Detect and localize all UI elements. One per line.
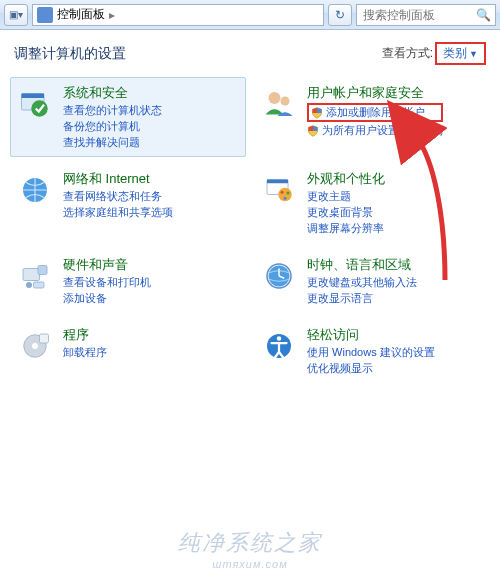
category-title: 用户帐户和家庭安全 xyxy=(307,84,443,102)
category-title: 硬件和声音 xyxy=(63,256,151,274)
link-add-device[interactable]: 添加设备 xyxy=(63,291,151,306)
link-homegroup[interactable]: 选择家庭组和共享选项 xyxy=(63,205,173,220)
link-optimize-video[interactable]: 优化视频显示 xyxy=(307,361,435,376)
appearance-icon xyxy=(259,170,299,210)
svg-rect-15 xyxy=(34,282,45,288)
svg-rect-13 xyxy=(38,266,47,275)
browse-folders-button[interactable]: ▣▾ xyxy=(4,4,28,26)
svg-point-19 xyxy=(32,343,38,349)
link-add-remove-user[interactable]: 添加或删除用户帐户 xyxy=(307,103,443,122)
link-display-language[interactable]: 更改显示语言 xyxy=(307,291,417,306)
view-by-control: 查看方式: 类别 ▼ xyxy=(382,42,486,65)
refresh-button[interactable]: ↻ xyxy=(328,4,352,26)
svg-point-14 xyxy=(26,282,32,288)
link-devices-printers[interactable]: 查看设备和打印机 xyxy=(63,275,151,290)
category-appearance[interactable]: 外观和个性化 更改主题 更改桌面背景 调整屏幕分辨率 xyxy=(254,163,490,243)
link-input-method[interactable]: 更改键盘或其他输入法 xyxy=(307,275,417,290)
page-header: 调整计算机的设置 查看方式: 类别 ▼ xyxy=(0,30,500,73)
shield-icon xyxy=(311,107,323,119)
svg-rect-12 xyxy=(23,269,40,281)
user-accounts-icon xyxy=(259,84,299,124)
category-title: 网络和 Internet xyxy=(63,170,173,188)
view-by-dropdown[interactable]: 类别 ▼ xyxy=(435,42,486,65)
link-change-wallpaper[interactable]: 更改桌面背景 xyxy=(307,205,385,220)
link-view-status[interactable]: 查看您的计算机状态 xyxy=(63,103,162,118)
page-title: 调整计算机的设置 xyxy=(14,45,126,63)
category-network[interactable]: 网络和 Internet 查看网络状态和任务 选择家庭组和共享选项 xyxy=(10,163,246,243)
programs-icon xyxy=(15,326,55,366)
category-user-accounts[interactable]: 用户帐户和家庭安全 添加或删除用户帐户 为所有用户设置家长控制 xyxy=(254,77,490,157)
chevron-right-icon[interactable]: ▸ xyxy=(109,8,115,22)
link-parental-control[interactable]: 为所有用户设置家长控制 xyxy=(307,123,443,138)
network-icon xyxy=(15,170,55,210)
category-title: 时钟、语言和区域 xyxy=(307,256,417,274)
category-system-security[interactable]: 系统和安全 查看您的计算机状态 备份您的计算机 查找并解决问题 xyxy=(10,77,246,157)
category-grid: 系统和安全 查看您的计算机状态 备份您的计算机 查找并解决问题 用户帐户和家庭安… xyxy=(0,73,500,387)
svg-point-22 xyxy=(277,336,282,341)
watermark-text: 纯净系统之家 xyxy=(178,530,322,555)
window-titlebar: ▣▾ 控制面板 ▸ ↻ 🔍 xyxy=(0,0,500,30)
view-by-label: 查看方式: xyxy=(382,45,433,62)
breadcrumb[interactable]: 控制面板 xyxy=(57,6,105,23)
link-backup[interactable]: 备份您的计算机 xyxy=(63,119,162,134)
svg-point-3 xyxy=(269,92,281,104)
svg-point-9 xyxy=(281,191,284,194)
search-icon: 🔍 xyxy=(476,8,491,22)
watermark-sub: штяхим.сом xyxy=(0,558,500,570)
watermark: 纯净系统之家 штяхим.сом xyxy=(0,528,500,570)
svg-point-11 xyxy=(284,197,287,200)
category-title: 程序 xyxy=(63,326,107,344)
svg-rect-7 xyxy=(267,180,288,184)
system-security-icon xyxy=(15,84,55,124)
ease-access-icon xyxy=(259,326,299,366)
category-ease-access[interactable]: 轻松访问 使用 Windows 建议的设置 优化视频显示 xyxy=(254,319,490,383)
address-bar[interactable]: 控制面板 ▸ xyxy=(32,4,324,26)
shield-icon xyxy=(307,125,319,137)
link-change-theme[interactable]: 更改主题 xyxy=(307,189,385,204)
search-box[interactable]: 🔍 xyxy=(356,4,496,26)
svg-point-4 xyxy=(281,97,290,106)
chevron-down-icon: ▼ xyxy=(469,49,478,59)
category-title: 外观和个性化 xyxy=(307,170,385,188)
link-windows-suggestions[interactable]: 使用 Windows 建议的设置 xyxy=(307,345,435,360)
link-resolution[interactable]: 调整屏幕分辨率 xyxy=(307,221,385,236)
svg-point-2 xyxy=(31,100,48,117)
hardware-icon xyxy=(15,256,55,296)
svg-point-10 xyxy=(287,192,290,195)
clock-icon xyxy=(259,256,299,296)
svg-rect-1 xyxy=(22,94,45,99)
control-panel-icon xyxy=(37,7,53,23)
category-title: 轻松访问 xyxy=(307,326,435,344)
link-troubleshoot[interactable]: 查找并解决问题 xyxy=(63,135,162,150)
link-uninstall[interactable]: 卸载程序 xyxy=(63,345,107,360)
svg-rect-20 xyxy=(40,334,49,343)
category-hardware[interactable]: 硬件和声音 查看设备和打印机 添加设备 xyxy=(10,249,246,313)
link-network-status[interactable]: 查看网络状态和任务 xyxy=(63,189,173,204)
category-programs[interactable]: 程序 卸载程序 xyxy=(10,319,246,383)
view-by-value: 类别 xyxy=(443,45,467,62)
search-input[interactable] xyxy=(361,7,472,23)
category-clock-region[interactable]: 时钟、语言和区域 更改键盘或其他输入法 更改显示语言 xyxy=(254,249,490,313)
category-title: 系统和安全 xyxy=(63,84,162,102)
